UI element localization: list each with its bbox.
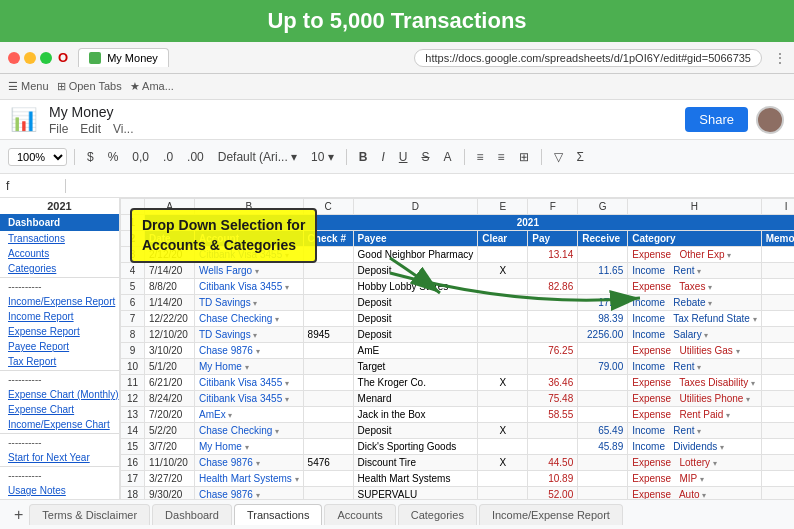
cell-payee[interactable]: Health Mart Systems (353, 471, 478, 487)
cell-receive[interactable] (578, 391, 628, 407)
menu-view[interactable]: Vi... (113, 122, 133, 136)
cell-account[interactable]: Chase 9876 ▾ (195, 343, 304, 359)
cell-category[interactable]: Expense Taxes Disability ▾ (628, 375, 761, 391)
cell-category[interactable]: Expense Taxes ▾ (628, 279, 761, 295)
cell-reference[interactable]: f (6, 179, 66, 193)
maximize-button[interactable] (40, 52, 52, 64)
cell-clear[interactable] (478, 391, 528, 407)
cell-memo[interactable] (761, 471, 794, 487)
cell-payee[interactable]: Menard (353, 391, 478, 407)
cell-memo[interactable] (761, 455, 794, 471)
cell-category[interactable]: Expense Auto ▾ (628, 487, 761, 500)
cell-payee[interactable]: Deposit (353, 327, 478, 343)
share-button[interactable]: Share (685, 107, 748, 132)
cell-pay[interactable]: 36.46 (528, 375, 578, 391)
cell-clear[interactable] (478, 471, 528, 487)
sidebar-item-expense-report[interactable]: Expense Report (0, 324, 119, 339)
cell-category[interactable]: Income Rent ▾ (628, 359, 761, 375)
cell-check[interactable] (303, 487, 353, 500)
close-button[interactable] (8, 52, 20, 64)
cell-clear[interactable] (478, 311, 528, 327)
zoom-select[interactable]: 100% (8, 148, 67, 166)
toolbar-tabs[interactable]: ⊞ Open Tabs (57, 80, 122, 93)
align-center-button[interactable]: ≡ (493, 147, 510, 167)
sidebar-item-start-next-year[interactable]: Start for Next Year (0, 450, 119, 465)
cell-pay[interactable] (528, 295, 578, 311)
cell-clear[interactable] (478, 343, 528, 359)
cell-check[interactable] (303, 423, 353, 439)
cell-payee[interactable]: Jack in the Box (353, 407, 478, 423)
cell-pay[interactable] (528, 311, 578, 327)
cell-clear[interactable] (478, 439, 528, 455)
cell-account[interactable]: Citibank Visa 3455 ▾ (195, 375, 304, 391)
cell-date[interactable]: 5/2/20 (145, 423, 195, 439)
cell-category[interactable]: Income Dividends ▾ (628, 439, 761, 455)
cell-check[interactable] (303, 247, 353, 263)
cell-check[interactable] (303, 359, 353, 375)
format-123[interactable]: 0,0 (127, 147, 154, 167)
cell-date[interactable]: 5/1/20 (145, 359, 195, 375)
cell-clear[interactable]: X (478, 455, 528, 471)
tab-income-expense-report[interactable]: Income/Expense Report (479, 504, 623, 525)
tab-dashboard[interactable]: Dashboard (152, 504, 232, 525)
sidebar-item-income-expense-chart[interactable]: Income/Expense Chart (0, 417, 119, 432)
cell-memo[interactable] (761, 295, 794, 311)
cell-payee[interactable]: Deposit (353, 311, 478, 327)
cell-date[interactable]: 9/30/20 (145, 487, 195, 500)
cell-memo[interactable] (761, 359, 794, 375)
cell-check[interactable] (303, 407, 353, 423)
sidebar-item-income-expense-report[interactable]: Income/Expense Report (0, 294, 119, 309)
cell-account[interactable]: My Home ▾ (195, 439, 304, 455)
cell-receive[interactable]: 45.89 (578, 439, 628, 455)
cell-date[interactable]: 7/14/20 (145, 263, 195, 279)
cell-account[interactable]: Citibank Visa 3455 ▾ (195, 391, 304, 407)
cell-check[interactable] (303, 263, 353, 279)
cell-pay[interactable]: 44.50 (528, 455, 578, 471)
cell-receive[interactable] (578, 455, 628, 471)
cell-check[interactable]: 8945 (303, 327, 353, 343)
cell-date[interactable]: 1/14/20 (145, 295, 195, 311)
cell-date[interactable]: 2/12/20 (145, 247, 195, 263)
cell-clear[interactable]: X (478, 423, 528, 439)
sidebar-item-payee-report[interactable]: Payee Report (0, 339, 119, 354)
cell-memo[interactable] (761, 311, 794, 327)
functions-button[interactable]: Σ (572, 147, 589, 167)
cell-receive[interactable] (578, 407, 628, 423)
cell-payee[interactable]: The Kroger Co. (353, 375, 478, 391)
cell-category[interactable]: Expense Lottery ▾ (628, 455, 761, 471)
cell-account[interactable]: Citibank Visa 3455 ▾ (195, 279, 304, 295)
cell-pay[interactable]: 76.25 (528, 343, 578, 359)
cell-memo[interactable] (761, 391, 794, 407)
cell-category[interactable]: Expense MIP ▾ (628, 471, 761, 487)
font-select[interactable]: Default (Ari... ▾ (213, 147, 302, 167)
cell-date[interactable]: 8/8/20 (145, 279, 195, 295)
cell-payee[interactable]: Good Neighbor Pharmacy (353, 247, 478, 263)
cell-date[interactable]: 7/20/20 (145, 407, 195, 423)
bold-button[interactable]: B (354, 147, 373, 167)
cell-date[interactable]: 8/24/20 (145, 391, 195, 407)
menu-edit[interactable]: Edit (80, 122, 101, 136)
cell-check[interactable] (303, 343, 353, 359)
cell-check[interactable] (303, 311, 353, 327)
sidebar-item-categories[interactable]: Categories (0, 261, 119, 276)
cell-category[interactable]: Expense Other Exp ▾ (628, 247, 761, 263)
cell-clear[interactable]: X (478, 263, 528, 279)
cell-receive[interactable] (578, 247, 628, 263)
cell-check[interactable] (303, 295, 353, 311)
url-bar[interactable]: https://docs.google.com/spreadsheets/d/1… (414, 49, 762, 67)
sidebar-dashboard[interactable]: Dashboard (0, 214, 119, 231)
cell-account[interactable]: Citibank Visa 3455 ▾ (195, 247, 304, 263)
cell-memo[interactable] (761, 279, 794, 295)
cell-clear[interactable] (478, 247, 528, 263)
cell-pay[interactable] (528, 423, 578, 439)
format-decimal-down[interactable]: .0 (158, 147, 178, 167)
cell-check[interactable] (303, 279, 353, 295)
cell-account[interactable]: Chase Checking ▾ (195, 311, 304, 327)
sidebar-item-expense-chart-monthly[interactable]: Expense Chart (Monthly) (0, 387, 119, 402)
cell-memo[interactable] (761, 263, 794, 279)
tab-accounts[interactable]: Accounts (324, 504, 395, 525)
cell-category[interactable]: Income Rent ▾ (628, 423, 761, 439)
cell-receive[interactable]: 98.39 (578, 311, 628, 327)
cell-account[interactable]: TD Savings ▾ (195, 327, 304, 343)
cell-date[interactable]: 12/10/20 (145, 327, 195, 343)
